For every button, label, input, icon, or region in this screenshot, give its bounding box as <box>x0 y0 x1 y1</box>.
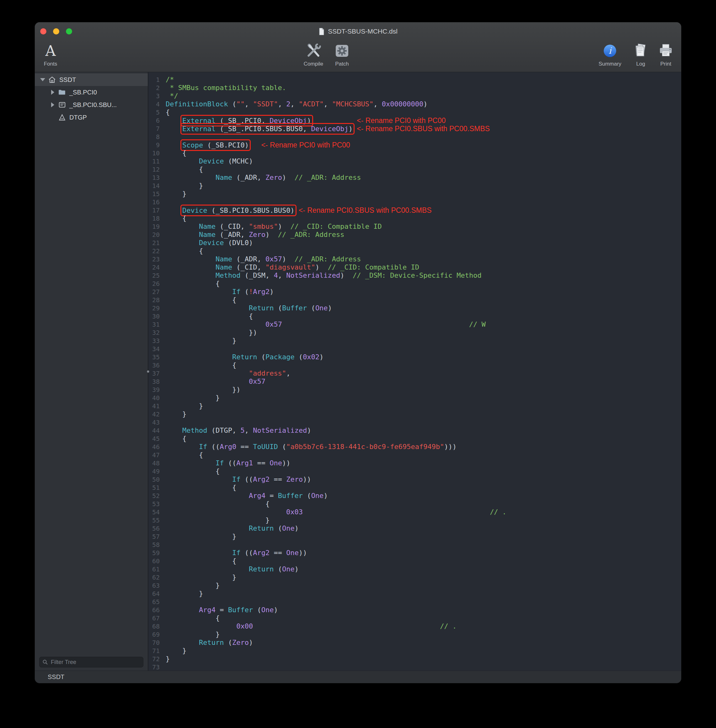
code-line: 23 Name (_ADR, 0x57) // _ADR: Address <box>149 255 681 263</box>
line-number: 5 <box>149 108 166 117</box>
code-line: 10 { <box>149 149 681 157</box>
annotation-box: External (_SB_.PCI0.SBUS.BUS0, DeviceObj… <box>182 125 353 133</box>
code-line: 22 { <box>149 247 681 255</box>
disclosure-down-icon[interactable] <box>39 78 47 81</box>
line-number: 73 <box>149 663 166 670</box>
line-number: 72 <box>149 655 166 663</box>
fonts-button[interactable]: A Fonts <box>35 42 73 67</box>
line-number: 32 <box>149 329 166 337</box>
line-number: 59 <box>149 549 166 557</box>
code-line: 41 } <box>149 402 681 410</box>
code-line: 33 } <box>149 337 681 345</box>
print-label: Print <box>660 61 672 67</box>
annotation-box: Scope (_SB.PCI0) <box>182 141 249 149</box>
code-line: 57 } <box>149 532 681 541</box>
sidebar-item-ssdt[interactable]: SSDT <box>35 73 148 86</box>
code-line: 42 } <box>149 410 681 418</box>
home-icon <box>47 76 58 84</box>
summary-label: Summary <box>599 61 622 67</box>
line-number: 44 <box>149 426 166 435</box>
line-number: 25 <box>149 271 166 280</box>
sidebar: SSDT _SB.PCI0 <box>35 72 148 670</box>
code-line: 40 } <box>149 394 681 402</box>
code-line: 32 }) <box>149 329 681 337</box>
line-number: 51 <box>149 484 166 492</box>
titlebar[interactable]: SSDT-SBUS-MCHC.dsl <box>35 22 681 41</box>
code-line: 15 } <box>149 190 681 198</box>
code-line: 18 { <box>149 214 681 223</box>
disclosure-right-icon[interactable] <box>49 90 57 95</box>
code-line: 17 Device (_SB.PCI0.SBUS.BUS0) <- Rename… <box>149 206 681 214</box>
window-chrome: SSDT-SBUS-MCHC.dsl A Fonts <box>35 22 681 72</box>
code-line: 67 { <box>149 614 681 622</box>
line-number: 21 <box>149 239 166 247</box>
code-line: 14 } <box>149 182 681 190</box>
line-number: 2 <box>149 84 166 92</box>
code-line: 60 { <box>149 557 681 565</box>
compile-tools-icon <box>305 42 322 59</box>
split-divider[interactable] <box>148 72 149 670</box>
code-line: 63 } <box>149 581 681 590</box>
app-window: SSDT-SBUS-MCHC.dsl A Fonts <box>35 22 681 683</box>
sidebar-item-sb-pci0-sbus[interactable]: _SB.PCI0.SBU... <box>35 99 148 111</box>
code-line: 56 Return (One) <box>149 524 681 532</box>
filter-tree-input[interactable] <box>50 659 140 666</box>
code-line: 47 { <box>149 451 681 459</box>
line-number: 71 <box>149 647 166 655</box>
code-line: 2 * SMBus compatibility table. <box>149 84 681 92</box>
sidebar-item-dtgp[interactable]: DTGP <box>35 111 148 124</box>
code-line: 45 { <box>149 435 681 443</box>
line-number: 3 <box>149 92 166 100</box>
line-number: 47 <box>149 451 166 459</box>
summary-info-icon: i <box>603 44 617 58</box>
device-icon <box>57 101 67 109</box>
code-line: 6 External (_SB_.PCI0, DeviceObj) <- Ren… <box>149 117 681 124</box>
code-line: 7 External (_SB_.PCI0.SBUS.BUS0, DeviceO… <box>149 124 681 133</box>
code-line: 73 <box>149 663 681 670</box>
code-line: 9 Scope (_SB.PCI0) <- Rename PCI0 with P… <box>149 141 681 149</box>
line-number: 43 <box>149 418 166 426</box>
line-number: 37 <box>149 369 166 378</box>
status-path: SSDT <box>48 673 64 681</box>
annotation-text: <- Rename PCI0 with PC00 <box>357 117 446 124</box>
sidebar-item-sb-pci0[interactable]: _SB.PCI0 <box>35 86 148 99</box>
code-line: 38 0x57 <box>149 378 681 386</box>
window-title-group: SSDT-SBUS-MCHC.dsl <box>35 22 681 41</box>
content-area: SSDT _SB.PCI0 <box>35 72 681 670</box>
search-icon <box>42 659 48 665</box>
code-line: 29 Return (Buffer (One) <box>149 304 681 312</box>
line-number: 26 <box>149 280 166 288</box>
code-line: 31 0x57 // W <box>149 320 681 329</box>
annotation-text: <- Rename PCI0 with PC00 <box>261 141 350 149</box>
code-line: 53 { <box>149 500 681 508</box>
line-number: 29 <box>149 304 166 312</box>
patch-label: Patch <box>335 61 349 67</box>
line-number: 60 <box>149 557 166 565</box>
code-line: 51 { <box>149 484 681 492</box>
code-line: 11 Device (MCHC) <box>149 157 681 165</box>
filter-tree-field <box>39 657 143 667</box>
line-number: 55 <box>149 516 166 524</box>
code-line: 54 0x03 // . <box>149 508 681 516</box>
print-button[interactable]: Print <box>644 42 681 67</box>
code-line: 20 Name (_ADR, Zero) // _ADR: Address <box>149 231 681 239</box>
code-editor[interactable]: 1/*2 * SMBus compatibility table.3 */4De… <box>149 72 681 670</box>
line-number: 67 <box>149 614 166 622</box>
line-number: 56 <box>149 524 166 532</box>
line-number: 52 <box>149 492 166 500</box>
line-number: 36 <box>149 361 166 369</box>
annotation-text: <- Rename PCI0.SBUS with PC00.SMBS <box>357 124 490 133</box>
line-number: 48 <box>149 459 166 467</box>
code-line: 35 Return (Package (0x02) <box>149 353 681 361</box>
code-line: 66 Arg4 = Buffer (One) <box>149 606 681 614</box>
patch-button[interactable]: Patch <box>320 42 364 67</box>
code-line: 71 } <box>149 647 681 655</box>
line-number: 28 <box>149 296 166 304</box>
fonts-label: Fonts <box>44 61 58 67</box>
line-number: 34 <box>149 345 166 353</box>
sidebar-item-label: _SB.PCI0.SBU... <box>69 102 117 109</box>
line-number: 12 <box>149 165 166 173</box>
code-line: 27 If (!Arg2) <box>149 288 681 296</box>
line-number: 7 <box>149 124 166 133</box>
disclosure-right-icon[interactable] <box>49 102 57 107</box>
